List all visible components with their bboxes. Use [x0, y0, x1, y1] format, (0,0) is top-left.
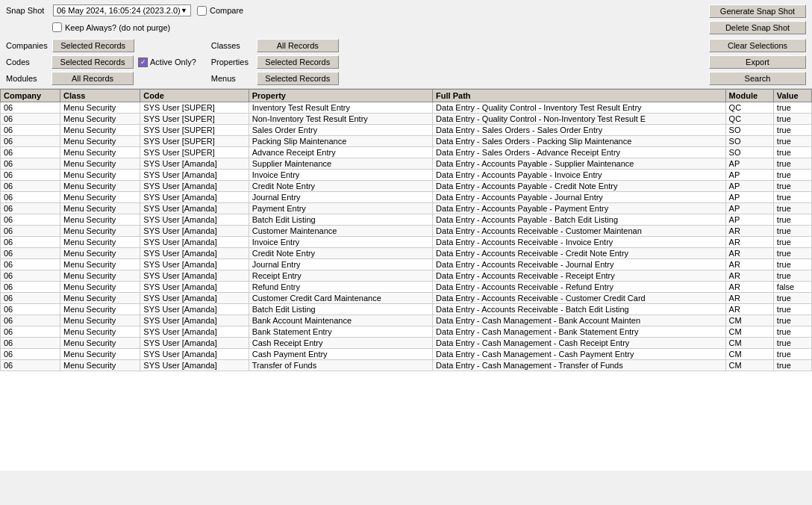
search-button[interactable]: Search [709, 72, 806, 85]
table-row[interactable]: 06Menu SecuritySYS User [Amanda]Credit N… [1, 181, 812, 192]
table-cell: Menu Security [60, 349, 140, 360]
table-row[interactable]: 06Menu SecuritySYS User [Amanda]Invoice … [1, 237, 812, 248]
generate-snapshot-button[interactable]: Generate Snap Shot [709, 4, 806, 18]
table-cell: Menu Security [60, 114, 140, 125]
classes-button[interactable]: All Records [257, 39, 339, 52]
table-cell: Data Entry - Cash Management - Cash Rece… [433, 338, 726, 349]
snapshot-dropdown[interactable]: 06 May 2024, 16:05:24 (2023.2.0) ▼ [53, 4, 191, 16]
export-button[interactable]: Export [709, 55, 806, 69]
table-row[interactable]: 06Menu SecuritySYS User [Amanda]Transfer… [1, 360, 812, 371]
modules-row: Modules All Records [6, 72, 196, 85]
table-cell: SYS User [Amanda] [140, 181, 249, 192]
col-property: Property [249, 90, 432, 102]
table-cell: Menu Security [60, 136, 140, 147]
table-cell: 06 [1, 293, 60, 304]
active-only-checkbox[interactable]: ✓ [138, 58, 148, 67]
keep-always-checkbox[interactable] [52, 22, 62, 32]
table-cell: AP [725, 158, 773, 170]
codes-row: Codes Selected Records ✓ Active Only? [6, 55, 196, 69]
table-cell: Customer Credit Card Maintenance [249, 293, 432, 304]
properties-button[interactable]: Selected Records [257, 55, 339, 69]
menus-button[interactable]: Selected Records [257, 72, 339, 85]
table-cell: true [773, 203, 811, 214]
table-cell: AR [725, 226, 773, 237]
snapshot-label: Snap Shot [6, 6, 47, 15]
col-company: Company [1, 90, 60, 102]
table-row[interactable]: 06Menu SecuritySYS User [Amanda]Receipt … [1, 270, 812, 282]
table-cell: 06 [1, 304, 60, 315]
table-row[interactable]: 06Menu SecuritySYS User [Amanda]Customer… [1, 226, 812, 237]
table-cell: Data Entry - Accounts Payable - Invoice … [433, 170, 726, 181]
table-cell: Data Entry - Sales Orders - Advance Rece… [433, 147, 726, 158]
table-cell: true [773, 170, 811, 181]
table-row[interactable]: 06Menu SecuritySYS User [SUPER]Inventory… [1, 102, 812, 114]
table-row[interactable]: 06Menu SecuritySYS User [Amanda]Payment … [1, 203, 812, 214]
active-only-label: Active Only? [150, 58, 196, 66]
table-cell: 06 [1, 114, 60, 125]
table-cell: CM [725, 360, 773, 371]
table-cell: Menu Security [60, 360, 140, 371]
compare-label: Compare [210, 6, 243, 15]
table-row[interactable]: 06Menu SecuritySYS User [SUPER]Packing S… [1, 136, 812, 147]
table-cell: 06 [1, 192, 60, 203]
delete-snapshot-button[interactable]: Delete Snap Shot [709, 21, 806, 34]
table-row[interactable]: 06Menu SecuritySYS User [Amanda]Batch Ed… [1, 304, 812, 315]
table-cell: 06 [1, 181, 60, 192]
table-cell: SYS User [Amanda] [140, 349, 249, 360]
table-cell: CM [725, 326, 773, 338]
table-cell: Menu Security [60, 102, 140, 114]
codes-button[interactable]: Selected Records [51, 55, 134, 69]
modules-button[interactable]: All Records [51, 72, 134, 85]
table-cell: Receipt Entry [249, 270, 432, 282]
table-cell: AR [725, 259, 773, 270]
table-row[interactable]: 06Menu SecuritySYS User [Amanda]Credit N… [1, 248, 812, 259]
table-row[interactable]: 06Menu SecuritySYS User [Amanda]Journal … [1, 259, 812, 270]
table-cell: SYS User [Amanda] [140, 304, 249, 315]
col-code: Code [140, 90, 249, 102]
table-row[interactable]: 06Menu SecuritySYS User [Amanda]Cash Rec… [1, 338, 812, 349]
table-cell: SYS User [SUPER] [140, 147, 249, 158]
action-buttons-group: Clear Selections Export Search [709, 39, 806, 85]
table-cell: 06 [1, 214, 60, 226]
table-cell: AR [725, 304, 773, 315]
table-cell: Credit Note Entry [249, 181, 432, 192]
menus-row: Menus Selected Records [211, 72, 339, 85]
table-cell: 06 [1, 349, 60, 360]
table-cell: true [773, 226, 811, 237]
table-cell: Data Entry - Accounts Receivable - Invoi… [433, 237, 726, 248]
table-cell: SYS User [Amanda] [140, 293, 249, 304]
table-cell: AR [725, 282, 773, 293]
table-cell: Menu Security [60, 248, 140, 259]
compare-checkbox[interactable] [197, 6, 207, 16]
companies-button[interactable]: Selected Records [52, 39, 134, 52]
table-cell: SYS User [Amanda] [140, 214, 249, 226]
table-cell: Data Entry - Accounts Receivable - Batch… [433, 304, 726, 315]
table-row[interactable]: 06Menu SecuritySYS User [Amanda]Batch Ed… [1, 214, 812, 226]
table-cell: Menu Security [60, 338, 140, 349]
table-row[interactable]: 06Menu SecuritySYS User [SUPER]Sales Ord… [1, 125, 812, 136]
table-row[interactable]: 06Menu SecuritySYS User [Amanda]Refund E… [1, 282, 812, 293]
table-row[interactable]: 06Menu SecuritySYS User [Amanda]Supplier… [1, 158, 812, 170]
table-row[interactable]: 06Menu SecuritySYS User [Amanda]Customer… [1, 293, 812, 304]
table-row[interactable]: 06Menu SecuritySYS User [SUPER]Non-Inven… [1, 114, 812, 125]
table-row[interactable]: 06Menu SecuritySYS User [Amanda]Invoice … [1, 170, 812, 181]
table-cell: true [773, 102, 811, 114]
table-row[interactable]: 06Menu SecuritySYS User [Amanda]Journal … [1, 192, 812, 203]
table-cell: AR [725, 293, 773, 304]
table-row[interactable]: 06Menu SecuritySYS User [Amanda]Bank Sta… [1, 326, 812, 338]
table-row[interactable]: 06Menu SecuritySYS User [Amanda]Bank Acc… [1, 315, 812, 326]
table-cell: Journal Entry [249, 192, 432, 203]
properties-label: Properties [211, 58, 252, 66]
table-cell: 06 [1, 338, 60, 349]
table-cell: 06 [1, 158, 60, 170]
table-cell: 06 [1, 248, 60, 259]
table-row[interactable]: 06Menu SecuritySYS User [Amanda]Cash Pay… [1, 349, 812, 360]
clear-selections-button[interactable]: Clear Selections [709, 39, 806, 52]
table-row[interactable]: 06Menu SecuritySYS User [SUPER]Advance R… [1, 147, 812, 158]
table-cell: true [773, 293, 811, 304]
table-cell: SO [725, 136, 773, 147]
left-controls: Snap Shot 06 May 2024, 16:05:24 (2023.2.… [6, 4, 243, 34]
col-module: Module [725, 90, 773, 102]
active-only-group: ✓ Active Only? [138, 58, 196, 67]
table-cell: Data Entry - Accounts Receivable - Credi… [433, 248, 726, 259]
